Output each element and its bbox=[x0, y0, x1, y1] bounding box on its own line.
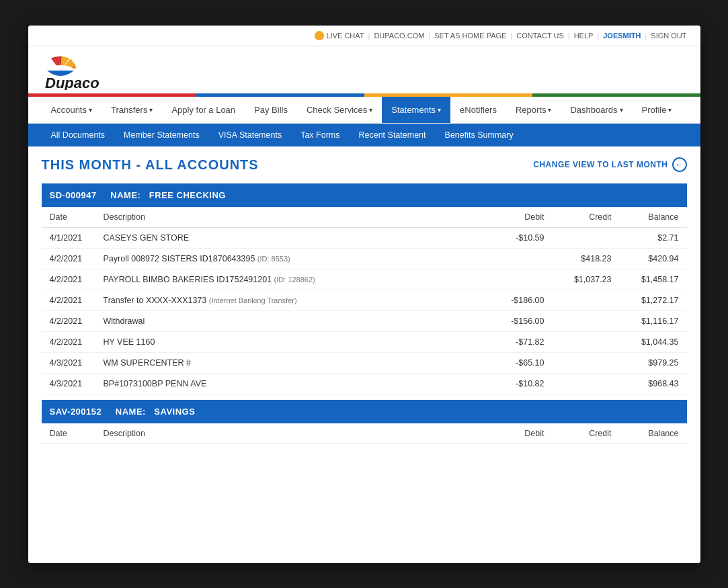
cell-credit bbox=[553, 310, 620, 331]
nav-dashboards[interactable]: Dashboards ▾ bbox=[561, 97, 632, 123]
sub-tax-forms[interactable]: Tax Forms bbox=[291, 124, 349, 146]
cell-credit: $418.23 bbox=[553, 248, 620, 269]
cell-desc: CASEYS GEN STORE bbox=[95, 227, 485, 248]
chat-icon bbox=[315, 31, 324, 40]
nav-transfers[interactable]: Transfers ▾ bbox=[102, 97, 162, 123]
col-header-balance: Balance bbox=[620, 207, 687, 228]
logo-container: Dupaco bbox=[42, 53, 687, 90]
account1-header: SD-000947 NAME: FREE CHECKING bbox=[42, 183, 687, 207]
change-view-button[interactable]: CHANGE VIEW TO LAST MONTH ← bbox=[533, 157, 686, 172]
cell-desc: PAYROLL BIMBO BAKERIES ID1752491201 (ID:… bbox=[95, 269, 485, 290]
table-row[interactable]: 4/2/2021 Payroll 008972 SISTERS ID187064… bbox=[42, 248, 687, 269]
separator: | bbox=[368, 32, 370, 40]
account2-column-headers: Date Description Debit Credit Balance bbox=[42, 423, 687, 444]
nav-check-services[interactable]: Check Services ▾ bbox=[297, 97, 382, 123]
sub-visa-statements[interactable]: VISA Statements bbox=[209, 124, 292, 146]
cell-credit bbox=[553, 352, 620, 373]
col-header-credit: Credit bbox=[553, 423, 620, 444]
cell-desc: BP#1073100BP PENN AVE bbox=[95, 373, 485, 394]
cell-date: 4/3/2021 bbox=[42, 352, 95, 373]
cell-desc: Payroll 008972 SISTERS ID1870643395 (ID:… bbox=[95, 248, 485, 269]
nav-statements[interactable]: Statements ▾ bbox=[382, 97, 450, 123]
cell-credit bbox=[553, 290, 620, 310]
sign-out-link[interactable]: SIGN OUT bbox=[651, 32, 686, 40]
col-header-debit: Debit bbox=[485, 207, 553, 228]
page-content: THIS MONTH - ALL ACCOUNTS CHANGE VIEW TO… bbox=[28, 146, 700, 460]
nav-profile[interactable]: Profile ▾ bbox=[633, 97, 682, 123]
cell-debit: -$156.00 bbox=[485, 310, 553, 331]
col-header-date: Date bbox=[42, 423, 95, 444]
cell-debit: -$10.59 bbox=[485, 227, 553, 248]
cell-balance: $1,458.17 bbox=[620, 269, 687, 290]
cell-balance: $1,116.17 bbox=[620, 310, 687, 331]
cell-balance: $420.94 bbox=[620, 248, 687, 269]
table-row[interactable]: 4/2/2021 Withdrawal -$156.00 $1,116.17 bbox=[42, 310, 687, 331]
chevron-down-icon: ▾ bbox=[369, 106, 372, 114]
nav-pay-bills[interactable]: Pay Bills bbox=[245, 97, 297, 123]
chevron-down-icon: ▾ bbox=[149, 106, 153, 114]
cell-credit bbox=[553, 331, 620, 352]
set-home-link[interactable]: SET AS HOME PAGE bbox=[434, 32, 506, 40]
chevron-down-icon: ▾ bbox=[620, 106, 623, 114]
cell-date: 4/2/2021 bbox=[42, 310, 95, 331]
account2-header: SAV-200152 NAME: SAVINGS bbox=[42, 400, 687, 423]
account1-column-headers: Date Description Debit Credit Balance bbox=[42, 207, 687, 228]
cell-balance: $968.43 bbox=[620, 373, 687, 394]
chevron-down-icon: ▾ bbox=[548, 106, 551, 114]
nav-reports[interactable]: Reports ▾ bbox=[506, 97, 561, 123]
browser-window: LIVE CHAT | DUPACO.COM | SET AS HOME PAG… bbox=[28, 26, 700, 563]
col-header-date: Date bbox=[42, 207, 95, 228]
sub-benefits-summary[interactable]: Benefits Summary bbox=[436, 124, 523, 146]
contact-link[interactable]: CONTACT US bbox=[516, 32, 564, 40]
arrow-circle-icon: ← bbox=[672, 157, 687, 172]
nav-accounts[interactable]: Accounts ▾ bbox=[42, 97, 102, 123]
separator: | bbox=[428, 32, 430, 40]
separator: | bbox=[645, 32, 647, 40]
page-title: THIS MONTH - ALL ACCOUNTS bbox=[42, 157, 259, 173]
cell-desc: Transfer to XXXX-XXX1373 (Internet Banki… bbox=[95, 290, 485, 310]
page-title-row: THIS MONTH - ALL ACCOUNTS CHANGE VIEW TO… bbox=[42, 157, 687, 173]
username-link[interactable]: JOESMITH bbox=[603, 32, 641, 40]
sub-recent-statement[interactable]: Recent Statement bbox=[349, 124, 435, 146]
cell-credit: $1,037.23 bbox=[553, 269, 620, 290]
account1-id-name: SD-000947 NAME: FREE CHECKING bbox=[42, 183, 687, 207]
dupaco-logo[interactable]: Dupaco bbox=[42, 53, 129, 90]
cell-date: 4/1/2021 bbox=[42, 227, 95, 248]
account2-id-name: SAV-200152 NAME: SAVINGS bbox=[42, 400, 687, 423]
table-row[interactable]: 4/1/2021 CASEYS GEN STORE -$10.59 $2.71 bbox=[42, 227, 687, 248]
cell-date: 4/2/2021 bbox=[42, 290, 95, 310]
table-row[interactable]: 4/3/2021 WM SUPERCENTER # -$65.10 $979.2… bbox=[42, 352, 687, 373]
chevron-down-icon: ▾ bbox=[668, 106, 672, 114]
cell-debit bbox=[485, 269, 553, 290]
utility-bar: LIVE CHAT | DUPACO.COM | SET AS HOME PAG… bbox=[28, 26, 700, 46]
dupaco-com-link[interactable]: DUPACO.COM bbox=[374, 32, 424, 40]
account1-table: SD-000947 NAME: FREE CHECKING Date Descr… bbox=[42, 183, 687, 394]
cell-balance: $1,272.17 bbox=[620, 290, 687, 310]
table-row[interactable]: 4/3/2021 BP#1073100BP PENN AVE -$10.82 $… bbox=[42, 373, 687, 394]
cell-credit bbox=[553, 227, 620, 248]
cell-date: 4/2/2021 bbox=[42, 269, 95, 290]
nav-apply-loan[interactable]: Apply for a Loan bbox=[162, 97, 245, 123]
cell-debit: -$71.82 bbox=[485, 331, 553, 352]
nav-enotifiers[interactable]: eNotifiers bbox=[450, 97, 506, 123]
cell-debit: -$186.00 bbox=[485, 290, 553, 310]
sub-member-statements[interactable]: Member Statements bbox=[114, 124, 209, 146]
cell-desc: HY VEE 1160 bbox=[95, 331, 485, 352]
col-header-credit: Credit bbox=[553, 207, 620, 228]
cell-date: 4/2/2021 bbox=[42, 331, 95, 352]
sub-all-documents[interactable]: All Documents bbox=[42, 124, 115, 146]
table-row[interactable]: 4/2/2021 PAYROLL BIMBO BAKERIES ID175249… bbox=[42, 269, 687, 290]
svg-text:Dupaco: Dupaco bbox=[45, 75, 99, 90]
col-header-balance: Balance bbox=[620, 423, 687, 444]
table-row[interactable]: 4/2/2021 Transfer to XXXX-XXX1373 (Inter… bbox=[42, 290, 687, 310]
table-row[interactable]: 4/2/2021 HY VEE 1160 -$71.82 $1,044.35 bbox=[42, 331, 687, 352]
cell-desc: Withdrawal bbox=[95, 310, 485, 331]
cell-balance: $2.71 bbox=[620, 227, 687, 248]
live-chat-link[interactable]: LIVE CHAT bbox=[315, 31, 364, 40]
col-header-desc: Description bbox=[95, 207, 485, 228]
cell-balance: $979.25 bbox=[620, 352, 687, 373]
cell-debit bbox=[485, 248, 553, 269]
help-link[interactable]: HELP bbox=[574, 32, 594, 40]
cell-balance: $1,044.35 bbox=[620, 331, 687, 352]
chevron-down-icon: ▾ bbox=[438, 106, 441, 114]
